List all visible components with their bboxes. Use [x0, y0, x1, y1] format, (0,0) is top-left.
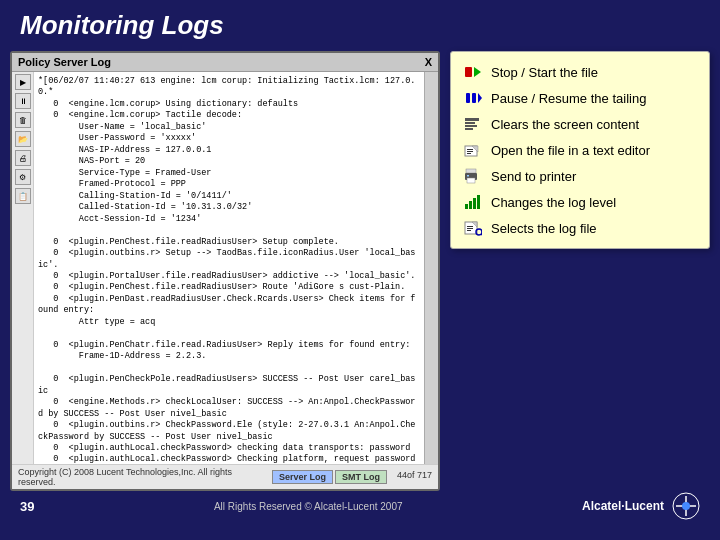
- toolbar-btn-6[interactable]: ⚙: [15, 169, 31, 185]
- main-content: Policy Server Log X ▶ ⏸ 🗑 📂 🖨 ⚙ 📋 *[06/0…: [10, 51, 710, 491]
- menu-item-send-printer[interactable]: Send to printer: [463, 166, 697, 186]
- clear-icon: [463, 116, 483, 132]
- menu-label-open-editor: Open the file in a text editor: [491, 143, 650, 158]
- tab-smt-log[interactable]: SMT Log: [335, 470, 387, 484]
- svg-rect-11: [467, 149, 473, 150]
- page-title: Monitoring Logs: [20, 10, 224, 41]
- svg-rect-14: [466, 169, 476, 173]
- svg-rect-3: [472, 93, 476, 103]
- statusbar-count: 44of 717: [397, 470, 432, 484]
- close-button[interactable]: X: [425, 56, 432, 68]
- svg-rect-13: [467, 153, 471, 154]
- statusbar-tabs: Server Log SMT Log 44of 717: [272, 470, 432, 484]
- toolbar-btn-7[interactable]: 📋: [15, 188, 31, 204]
- loglevel-icon: [463, 194, 483, 210]
- svg-rect-2: [466, 93, 470, 103]
- statusbar-copyright: Copyright (C) 2008 Lucent Technologies,I…: [18, 467, 272, 487]
- page-header: Monitoring Logs: [0, 0, 720, 51]
- page-number: 39: [20, 499, 34, 514]
- stop-icon: [463, 64, 483, 80]
- log-content[interactable]: *[06/02/07 11:40:27 613 engine: lcm coru…: [34, 72, 424, 464]
- svg-rect-25: [467, 228, 473, 229]
- svg-rect-17: [467, 175, 469, 177]
- toolbar-btn-3[interactable]: 🗑: [15, 112, 31, 128]
- svg-point-30: [682, 502, 690, 510]
- footer: 39 All Rights Reserved © Alcatel-Lucent …: [0, 491, 720, 521]
- log-panel: Policy Server Log X ▶ ⏸ 🗑 📂 🖨 ⚙ 📋 *[06/0…: [10, 51, 440, 491]
- svg-rect-21: [477, 195, 480, 209]
- svg-rect-16: [467, 178, 475, 183]
- menu-label-send-printer: Send to printer: [491, 169, 576, 184]
- menu-item-change-loglevel[interactable]: Changes the log level: [463, 192, 697, 212]
- menu-label-clear-screen: Clears the screen content: [491, 117, 639, 132]
- alcatel-logo: Alcatel·Lucent: [582, 499, 664, 513]
- menu-label-select-logfile: Selects the log file: [491, 221, 597, 236]
- log-panel-title: Policy Server Log: [18, 56, 111, 68]
- menu-label-pause-resume: Pause / Resume the tailing: [491, 91, 646, 106]
- svg-rect-8: [465, 128, 473, 130]
- toolbar-btn-1[interactable]: ▶: [15, 74, 31, 90]
- log-body: ▶ ⏸ 🗑 📂 🖨 ⚙ 📋 *[06/02/07 11:40:27 613 en…: [12, 72, 438, 464]
- svg-rect-7: [465, 125, 477, 127]
- menu-item-clear-screen[interactable]: Clears the screen content: [463, 114, 697, 134]
- menu-item-pause-resume[interactable]: Pause / Resume the tailing: [463, 88, 697, 108]
- menu-label-stop-start: Stop / Start the file: [491, 65, 598, 80]
- menu-item-select-logfile[interactable]: Selects the log file: [463, 218, 697, 238]
- footer-copyright: All Rights Reserved © Alcatel-Lucent 200…: [54, 501, 562, 512]
- menu-item-open-editor[interactable]: Open the file in a text editor: [463, 140, 697, 160]
- footer-right: Alcatel·Lucent: [582, 492, 700, 520]
- pause-icon: [463, 90, 483, 106]
- log-text: *[06/02/07 11:40:27 613 engine: lcm coru…: [38, 76, 420, 464]
- log-toolbar: ▶ ⏸ 🗑 📂 🖨 ⚙ 📋: [12, 72, 34, 464]
- svg-rect-26: [467, 230, 471, 231]
- select-icon: [463, 220, 483, 236]
- toolbar-btn-2[interactable]: ⏸: [15, 93, 31, 109]
- svg-rect-20: [473, 198, 476, 209]
- svg-rect-18: [465, 204, 468, 209]
- menu-item-stop-start[interactable]: Stop / Start the file: [463, 62, 697, 82]
- svg-rect-24: [467, 226, 473, 227]
- log-scrollbar[interactable]: [424, 72, 438, 464]
- alcatel-logo-icon: [672, 492, 700, 520]
- svg-marker-1: [474, 67, 481, 77]
- log-statusbar: Copyright (C) 2008 Lucent Technologies,I…: [12, 464, 438, 489]
- open-icon: [463, 142, 483, 158]
- toolbar-btn-4[interactable]: 📂: [15, 131, 31, 147]
- tab-server-log[interactable]: Server Log: [272, 470, 333, 484]
- svg-rect-12: [467, 151, 473, 152]
- toolbar-btn-5[interactable]: 🖨: [15, 150, 31, 166]
- menu-panel: Stop / Start the file Pause / Resume the…: [450, 51, 710, 249]
- menu-label-change-loglevel: Changes the log level: [491, 195, 616, 210]
- log-titlebar: Policy Server Log X: [12, 53, 438, 72]
- svg-rect-19: [469, 201, 472, 209]
- svg-rect-6: [465, 122, 475, 124]
- svg-rect-5: [465, 118, 479, 121]
- svg-rect-0: [465, 67, 472, 77]
- log-panel-wrapper: Policy Server Log X ▶ ⏸ 🗑 📂 🖨 ⚙ 📋 *[06/0…: [10, 51, 440, 491]
- svg-marker-4: [478, 93, 482, 103]
- print-icon: [463, 168, 483, 184]
- svg-line-28: [481, 234, 482, 235]
